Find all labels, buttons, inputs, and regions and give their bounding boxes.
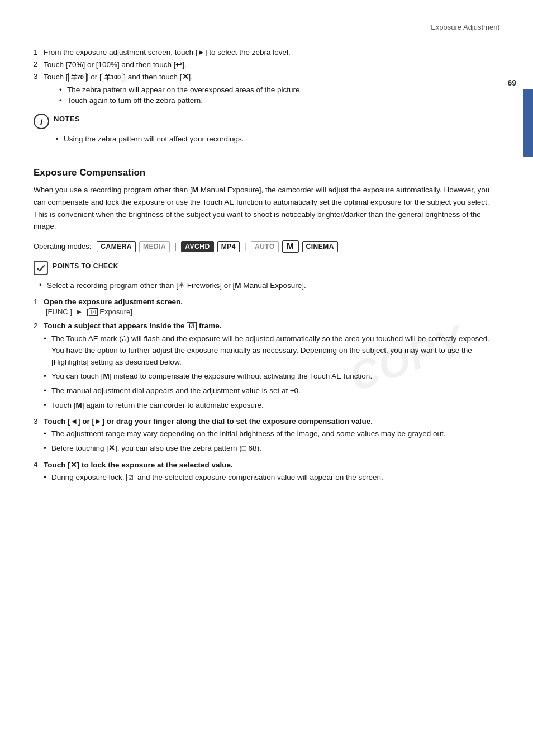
step-4: 4 Touch [✕] to lock the exposure at the … (34, 460, 499, 484)
step-3-bullet-1: The adjustment range may vary depending … (44, 428, 499, 440)
x-bold-1: ✕ (108, 444, 115, 452)
touch-ae-mark: ∴ (122, 334, 127, 343)
top-rule (34, 17, 499, 17)
step-2-title: Touch a subject that appears inside the … (44, 322, 222, 330)
step-4-title: Touch [✕] to lock the exposure at the se… (44, 461, 233, 469)
step-1-num: 1 (34, 297, 38, 306)
sep-1: | (174, 242, 177, 252)
notes-item-1: Using the zebra pattern will not affect … (56, 135, 499, 143)
exposure-icon-1: ☑ (89, 308, 98, 316)
mode-m: M (282, 240, 299, 253)
section-divider (34, 159, 499, 159)
header-line: Exposure Adjustment (34, 23, 499, 31)
m-bold-3: M (103, 372, 110, 380)
steps-list: 1 Open the exposure adjustment screen. [… (34, 297, 499, 484)
m-bold-1: M (192, 186, 198, 194)
mode-camera: CAMERA (97, 241, 136, 252)
step-2-bullet-4: Touch [M] again to return the camcorder … (44, 400, 499, 412)
intro-steps: 1 From the exposure adjustment screen, t… (34, 48, 499, 105)
points-list: Select a recording program other than [✳… (39, 281, 499, 290)
points-label: POINTS TO CHECK (53, 261, 118, 270)
step3-bullet-1: The zebra pattern will appear on the ove… (59, 86, 499, 94)
step-3-num: 3 (34, 417, 38, 426)
intro-step-1: 1 From the exposure adjustment screen, t… (34, 48, 499, 56)
step-1-sub: [FUNC.] ► [☑ Exposure] (44, 308, 499, 316)
points-box: POINTS TO CHECK (34, 261, 499, 275)
m-bold-2: M (235, 281, 241, 290)
notes-list: Using the zebra pattern will not affect … (56, 135, 499, 143)
sep-2: | (244, 242, 246, 252)
step-2-bullet-1: The Touch AE mark (∴) will flash and the… (44, 333, 499, 368)
step-3-bullet-2: Before touching [✕], you can also use th… (44, 443, 499, 455)
op-modes-label: Operating modes: (34, 242, 91, 251)
mode-auto: AUTO (251, 241, 279, 252)
fireworks-icon: ✳ (178, 281, 185, 290)
step3-x-icon: ✕ (182, 73, 189, 81)
side-bar (523, 89, 533, 157)
step-3-bullets: The adjustment range may vary depending … (44, 428, 499, 455)
x-bold-2: ✕ (70, 461, 77, 469)
step-4-bullets: During exposure lock, ☑ and the selected… (44, 472, 499, 484)
intro-step-2: 2 Touch [70%] or [100%] and then touch [… (34, 60, 499, 69)
intro-step-3: 3 Touch [⽺70] or [⽺100] and then touch [… (34, 72, 499, 105)
m-bold-4: M (76, 401, 82, 409)
step1-icon: ► (197, 48, 204, 56)
mode-media: MEDIA (139, 241, 170, 252)
notes-box: i NOTES (34, 115, 499, 129)
step-2-bullet-2: You can touch [M] instead to compensate … (44, 371, 499, 382)
step-2-num: 2 (34, 322, 38, 330)
step-1: 1 Open the exposure adjustment screen. [… (34, 297, 499, 316)
step-2-bullet-3: The manual adjustment dial appears and t… (44, 385, 499, 397)
notes-label: NOTES (54, 115, 80, 123)
step-2-bullets: The Touch AE mark (∴) will flash and the… (44, 333, 499, 412)
step3-bullets: The zebra pattern will appear on the ove… (59, 86, 499, 105)
operating-modes: Operating modes: CAMERA MEDIA | AVCHD MP… (34, 240, 499, 253)
z100-badge: ⽺100 (102, 73, 123, 82)
section-title: Exposure Compensation (34, 167, 499, 178)
step-3-title: Touch [◄] or [►] or drag your finger alo… (44, 417, 373, 426)
step-4-bullet-1: During exposure lock, ☑ and the selected… (44, 472, 499, 484)
step-4-num: 4 (34, 460, 38, 469)
frame-icon: ☑ (187, 322, 197, 330)
points-item-1: Select a recording program other than [✳… (39, 281, 499, 290)
info-icon: i (34, 114, 49, 129)
page-number: 69 (507, 78, 516, 87)
check-icon (34, 261, 48, 275)
mode-mp4: MP4 (217, 241, 240, 252)
notes-content: NOTES (54, 115, 80, 123)
step-3: 3 Touch [◄] or [►] or drag your finger a… (34, 417, 499, 455)
step3-bullet-2: Touch again to turn off the zebra patter… (59, 96, 499, 105)
section-body: When you use a recording program other t… (34, 184, 499, 232)
exposure-icon-2: ☑ (126, 474, 135, 481)
mode-cinema: CINEMA (302, 241, 338, 252)
step-1-title: Open the exposure adjustment screen. (44, 297, 183, 306)
step2-icon: ↩ (175, 60, 182, 69)
mode-avchd: AVCHD (181, 241, 213, 252)
arrow-1: ► (76, 308, 83, 316)
z70-badge: ⽺70 (68, 73, 87, 82)
step-2: 2 Touch a subject that appears inside th… (34, 322, 499, 412)
header-title: Exposure Adjustment (431, 23, 499, 31)
